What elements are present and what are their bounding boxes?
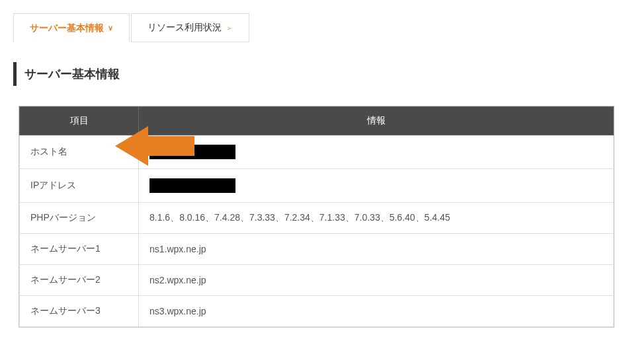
- row-label: IPアドレス: [20, 169, 139, 203]
- row-value: 8.1.6、8.0.16、7.4.28、7.3.33、7.2.34、7.1.33…: [139, 203, 614, 234]
- table-row: ホスト名: [20, 135, 614, 169]
- tab-label: リソース利用状況: [148, 22, 222, 34]
- table-row: ネームサーバー2ns2.wpx.ne.jp: [20, 265, 614, 296]
- table-row: ネームサーバー1ns1.wpx.ne.jp: [20, 234, 614, 265]
- redacted-value: [149, 145, 235, 159]
- chevron-right-icon: ＞: [226, 23, 233, 33]
- row-label: ホスト名: [20, 135, 139, 169]
- row-label: PHPバージョン: [20, 203, 139, 234]
- redacted-value: [149, 178, 235, 193]
- tab-server-basic-info[interactable]: サーバー基本情報 ∨: [13, 13, 130, 42]
- row-value: ns3.wpx.ne.jp: [139, 296, 614, 327]
- table-row: ネームサーバー3ns3.wpx.ne.jp: [20, 296, 614, 327]
- row-label: ネームサーバー3: [20, 296, 139, 327]
- tab-resource-usage[interactable]: リソース利用状況 ＞: [131, 13, 249, 42]
- section-title: サーバー基本情報: [13, 62, 620, 86]
- row-label: ネームサーバー2: [20, 265, 139, 296]
- row-value: [139, 135, 614, 169]
- chevron-down-icon: ∨: [108, 24, 113, 32]
- table-row: IPアドレス: [20, 169, 614, 203]
- tab-bar: サーバー基本情報 ∨ リソース利用状況 ＞: [13, 13, 620, 42]
- tab-label: サーバー基本情報: [30, 22, 104, 34]
- row-value: ns1.wpx.ne.jp: [139, 234, 614, 265]
- server-info-table: 項目 情報 ホスト名IPアドレスPHPバージョン8.1.6、8.0.16、7.4…: [19, 106, 614, 328]
- row-label: ネームサーバー1: [20, 234, 139, 265]
- col-header-item: 項目: [20, 107, 139, 135]
- col-header-info: 情報: [139, 107, 614, 135]
- table-row: PHPバージョン8.1.6、8.0.16、7.4.28、7.3.33、7.2.3…: [20, 203, 614, 234]
- row-value: ns2.wpx.ne.jp: [139, 265, 614, 296]
- row-value: [139, 169, 614, 203]
